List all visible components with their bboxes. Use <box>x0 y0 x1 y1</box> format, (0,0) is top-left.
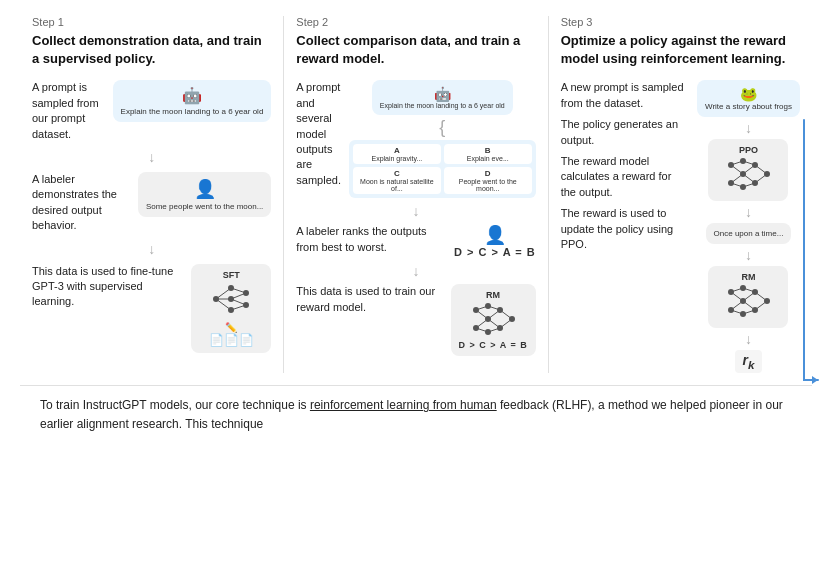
step1-title: Collect demonstration data, and train a … <box>32 32 271 68</box>
output-b: B Explain eve... <box>444 144 532 164</box>
svg-line-29 <box>500 310 512 319</box>
svg-line-27 <box>488 319 500 328</box>
pencil-icon: ✏️ <box>199 322 263 333</box>
rm-rank-display: D > C > A = B <box>459 340 528 350</box>
rk-label: rk <box>735 350 763 373</box>
step3-arrow2: ↓ <box>745 205 752 219</box>
svg-line-9 <box>231 288 246 293</box>
step2-row2: A labeler ranks the outputs from best to… <box>296 224 535 258</box>
rank-display: D > C > A = B <box>454 246 536 258</box>
step1-col: Step 1 Collect demonstration data, and t… <box>20 16 284 373</box>
step2-prompt-card: 🤖 Explain the moon landing to a 6 year o… <box>372 80 513 115</box>
step2-arrow2: ↓ <box>296 264 535 278</box>
step2-layout: A prompt and several model outputs are s… <box>296 80 535 356</box>
frog-icon: 🐸 <box>705 86 792 102</box>
prompt-text: Explain the moon landing to a 6 year old <box>121 107 264 116</box>
docs-icon: 📄📄📄 <box>199 333 263 347</box>
step3-visuals: 🐸 Write a story about frogs ↓ PPO <box>697 80 800 373</box>
step3-ppo-card: PPO <box>708 139 788 201</box>
step2-row3: This data is used to train our reward mo… <box>296 284 535 356</box>
svg-line-23 <box>476 319 488 328</box>
bottom-prefix: To train InstructGPT models, our core te… <box>40 398 310 412</box>
robot2-icon: 🤖 <box>380 86 505 102</box>
output-a: A Explain gravity... <box>353 144 441 164</box>
step1-text2: A labeler demonstrates the desired outpu… <box>32 172 130 234</box>
rm2-network-icon <box>723 282 773 320</box>
step2-text2: A labeler ranks the outputs from best to… <box>296 224 446 255</box>
output-d: D People went to the moon... <box>444 167 532 194</box>
svg-line-45 <box>743 174 755 183</box>
svg-line-30 <box>500 319 512 328</box>
svg-line-11 <box>231 299 246 305</box>
step2-label: Step 2 <box>296 16 535 28</box>
svg-line-40 <box>731 165 743 174</box>
rm-network-icon <box>468 300 518 338</box>
arrow1: ↓ <box>32 150 271 164</box>
step3-texts: A new prompt is sampled from the dataset… <box>561 80 689 373</box>
step1-row3: This data is used to fine-tune GPT-3 wit… <box>32 264 271 353</box>
step3-arrow3: ↓ <box>745 248 752 262</box>
step3-text1: A new prompt is sampled from the dataset… <box>561 80 689 111</box>
step1-sft-card: SFT <box>191 264 271 353</box>
sft-label: SFT <box>199 270 263 280</box>
bottom-link[interactable]: reinforcement learning from human <box>310 398 497 412</box>
step2-prompt-outputs: 🤖 Explain the moon landing to a 6 year o… <box>349 80 536 198</box>
rm-label: RM <box>459 290 528 300</box>
svg-line-66 <box>755 301 767 310</box>
svg-line-48 <box>755 174 767 183</box>
step3-rm-card: RM <box>708 266 788 328</box>
step1-layout: A prompt is sampled from our prompt data… <box>32 80 271 352</box>
step3-text4: The reward is used to update the policy … <box>561 206 689 252</box>
svg-line-10 <box>231 293 246 299</box>
curved-arrow-icon <box>800 110 822 390</box>
step2-arrow1: ↓ <box>296 204 535 218</box>
svg-line-41 <box>731 174 743 183</box>
svg-line-63 <box>743 301 755 310</box>
robot-icon: 🤖 <box>121 86 264 105</box>
output-c: C Moon is natural satellite of... <box>353 167 441 194</box>
sft-network-icon <box>206 280 256 318</box>
svg-line-26 <box>488 310 500 319</box>
step3-full: A new prompt is sampled from the dataset… <box>561 80 800 373</box>
step1-row2: A labeler demonstrates the desired outpu… <box>32 172 271 234</box>
new-prompt-text: Write a story about frogs <box>705 102 792 111</box>
step3-prompt-card: 🐸 Write a story about frogs <box>697 80 800 117</box>
step2-ranker: 👤 D > C > A = B <box>454 224 536 258</box>
svg-line-12 <box>231 305 246 310</box>
outputs-grid: A Explain gravity... B Explain eve... C … <box>349 140 536 198</box>
step3-title: Optimize a policy against the reward mod… <box>561 32 800 68</box>
rm-label2: RM <box>716 272 780 282</box>
step1-labeler-card: 👤 Some people went to the moon... <box>138 172 271 217</box>
brace-icon: { <box>439 117 445 138</box>
svg-line-22 <box>476 310 488 319</box>
step1-text3: This data is used to fine-tune GPT-3 wit… <box>32 264 183 310</box>
svg-line-65 <box>755 292 767 301</box>
step3-arrow4: ↓ <box>745 332 752 346</box>
arrow2: ↓ <box>32 242 271 256</box>
main-container: Step 1 Collect demonstration data, and t… <box>0 0 832 455</box>
ppo-label: PPO <box>716 145 780 155</box>
step2-prompt-text: Explain the moon landing to a 6 year old <box>380 102 505 109</box>
person2-icon: 👤 <box>484 224 506 246</box>
svg-line-47 <box>755 165 767 174</box>
step2-text3: This data is used to train our reward mo… <box>296 284 442 315</box>
output-text2: Once upon a time... <box>714 229 784 238</box>
step2-row1: A prompt and several model outputs are s… <box>296 80 535 198</box>
bottom-text-section: To train InstructGPT models, our core te… <box>20 386 812 442</box>
svg-marker-67 <box>812 376 818 384</box>
step1-label: Step 1 <box>32 16 271 28</box>
step3-output-card: Once upon a time... <box>706 223 792 244</box>
step2-title: Collect comparison data, and train a rew… <box>296 32 535 68</box>
step2-rm-card: RM <box>451 284 536 356</box>
step2-text1: A prompt and several model outputs are s… <box>296 80 341 188</box>
step1-text1: A prompt is sampled from our prompt data… <box>32 80 105 142</box>
step1-row1: A prompt is sampled from our prompt data… <box>32 80 271 142</box>
step1-prompt-card: 🤖 Explain the moon landing to a 6 year o… <box>113 80 272 122</box>
svg-line-58 <box>731 292 743 301</box>
step3-col: Step 3 Optimize a policy against the rew… <box>549 16 812 373</box>
svg-line-44 <box>743 165 755 174</box>
step3-text2: The policy generates an output. <box>561 117 689 148</box>
steps-row: Step 1 Collect demonstration data, and t… <box>20 16 812 386</box>
step3-text3: The reward model calculates a reward for… <box>561 154 689 200</box>
step3-label: Step 3 <box>561 16 800 28</box>
